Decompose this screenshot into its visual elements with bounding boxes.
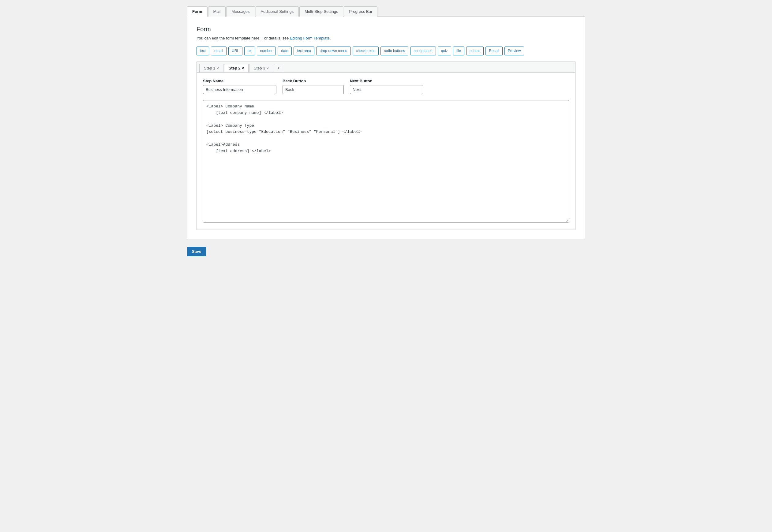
tag-btn-file[interactable]: file (453, 47, 464, 55)
step-name-group: Step Name (203, 79, 276, 94)
tab-messages[interactable]: Messages (226, 6, 255, 17)
back-button-group: Back Button (283, 79, 344, 94)
save-button[interactable]: Save (187, 247, 206, 256)
step-tab-2[interactable]: Step 2 × (224, 64, 249, 72)
tag-btn-recall[interactable]: Recall (485, 47, 502, 55)
tab-additional-settings[interactable]: Additional Settings (256, 6, 299, 17)
tag-btn-tel[interactable]: tel (244, 47, 255, 55)
fields-row: Step Name Back Button Next Button (203, 79, 569, 94)
tab-form[interactable]: Form (187, 6, 208, 17)
next-button-input[interactable] (350, 85, 423, 94)
step-name-input[interactable] (203, 85, 276, 94)
save-section: Save (187, 247, 585, 256)
editing-form-template-link[interactable]: Editing Form Template (290, 36, 330, 40)
tag-btn-email[interactable]: email (211, 47, 227, 55)
next-button-label: Next Button (350, 79, 423, 83)
back-button-input[interactable] (283, 85, 344, 94)
main-panel: Form You can edit the form template here… (187, 17, 585, 239)
form-title: Form (197, 26, 575, 33)
template-textarea[interactable] (203, 100, 569, 223)
tag-btn-text-area[interactable]: text area (294, 47, 315, 55)
step-tab-3[interactable]: Step 3 × (249, 64, 273, 72)
tag-btn-radio-buttons[interactable]: radio buttons (380, 47, 408, 55)
step-tabs: Step 1 × Step 2 × Step 3 × + (197, 62, 575, 72)
step-add-button[interactable]: + (274, 64, 283, 72)
tag-btn-checkboxes[interactable]: checkboxes (353, 47, 379, 55)
step-name-label: Step Name (203, 79, 276, 83)
tag-btn-date[interactable]: date (278, 47, 291, 55)
form-description-suffix: . (330, 36, 331, 40)
tab-bar: Form Mail Messages Additional Settings M… (187, 6, 585, 17)
page-wrapper: Form Mail Messages Additional Settings M… (187, 6, 585, 256)
back-button-label: Back Button (283, 79, 344, 83)
step-content: Step Name Back Button Next Button (197, 72, 575, 230)
next-button-group: Next Button (350, 79, 423, 94)
tag-btn-drop-down-menu[interactable]: drop-down menu (316, 47, 350, 55)
tab-progress-bar[interactable]: Progress Bar (344, 6, 377, 17)
tag-btn-quiz[interactable]: quiz (438, 47, 451, 55)
tag-btn-acceptance[interactable]: acceptance (410, 47, 436, 55)
tab-multi-step-settings[interactable]: Multi-Step Settings (299, 6, 343, 17)
tag-btn-url[interactable]: URL (228, 47, 242, 55)
tag-buttons-row: textemailURLtelnumberdatetext areadrop-d… (197, 47, 575, 55)
tag-btn-number[interactable]: number (257, 47, 276, 55)
tag-btn-submit[interactable]: submit (466, 47, 484, 55)
tag-btn-text[interactable]: text (197, 47, 209, 55)
step-tab-1[interactable]: Step 1 × (199, 64, 223, 72)
tag-btn-preview[interactable]: Preview (504, 47, 524, 55)
tab-mail[interactable]: Mail (208, 6, 226, 17)
form-description-prefix: You can edit the form template here. For… (197, 36, 290, 40)
form-description: You can edit the form template here. For… (197, 36, 575, 40)
